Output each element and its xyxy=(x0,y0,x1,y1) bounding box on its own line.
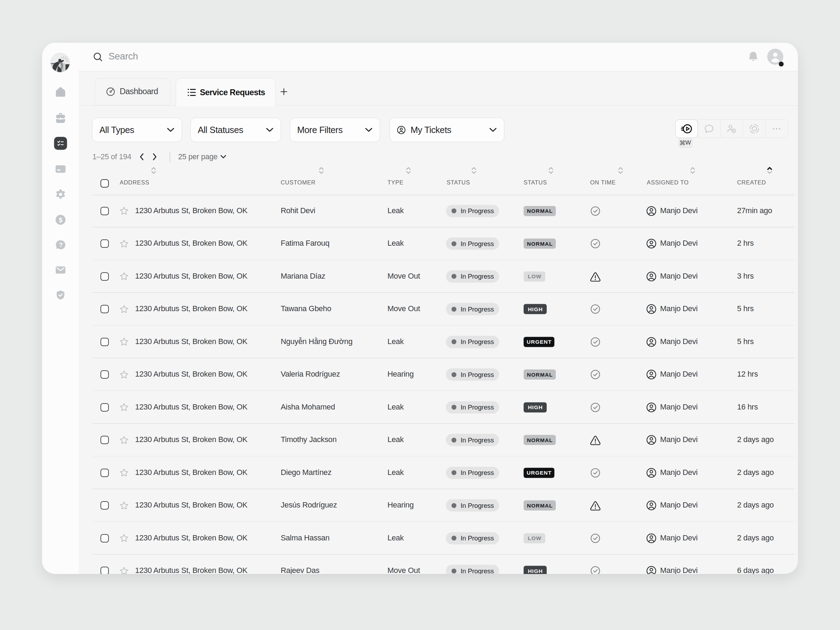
svg-text:$: $ xyxy=(58,216,62,224)
svg-text:?: ? xyxy=(59,242,63,248)
